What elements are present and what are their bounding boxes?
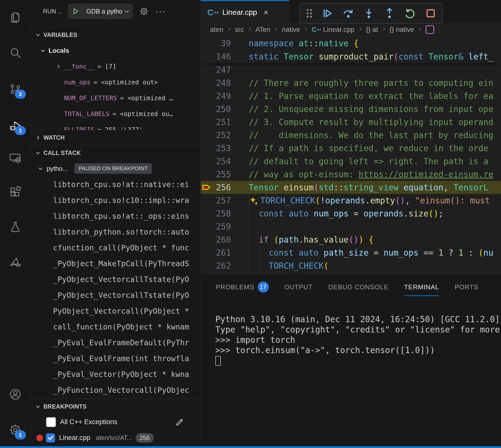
code-line[interactable]: 251// 3. Compute result by multiplying i…: [201, 116, 501, 129]
panel-tab-output[interactable]: OUTPUT: [284, 277, 313, 297]
variable-row[interactable]: num_ops= <optimized out>: [31, 74, 201, 90]
more-actions-button[interactable]: ···: [155, 6, 166, 17]
exception-checkbox[interactable]: [46, 417, 56, 427]
breakpoint-checkbox[interactable]: [46, 433, 55, 442]
stack-frame-row[interactable]: _PyObject_MakeTpCall(PyThreadS: [31, 256, 201, 271]
gutter[interactable]: 261: [201, 246, 232, 259]
toolbar-drag-handle[interactable]: [305, 7, 314, 20]
panel-tab-ports[interactable]: PORTS: [455, 277, 478, 297]
stack-frame-row[interactable]: libtorch_cpu.so!at::native::ei: [31, 177, 201, 192]
code-line[interactable]: 250// 2. Unsqueeze missing dimensions fr…: [201, 102, 501, 116]
close-icon[interactable]: ×: [264, 8, 268, 17]
code-line[interactable]: 248// There are roughly three parts to c…: [201, 76, 501, 89]
stack-frame-row[interactable]: _PyEval_EvalFrame(int throwfla: [31, 351, 201, 366]
stack-frame-row[interactable]: cfunction_call(PyObject * func: [31, 240, 201, 256]
gutter[interactable]: 39: [201, 37, 232, 50]
gutter[interactable]: 247: [201, 63, 232, 76]
breadcrumb-item[interactable]: {}at: [366, 26, 378, 34]
sidebar-item-tools[interactable]: [6, 253, 24, 271]
variable-row[interactable]: __func__= [7]: [31, 59, 201, 74]
sidebar-item-run-and-debug[interactable]: 1: [6, 117, 24, 135]
sidebar-item-testing[interactable]: [6, 218, 24, 236]
code-line[interactable]: 247: [201, 63, 501, 76]
sidebar-item-explorer[interactable]: [6, 9, 24, 27]
stack-frame-row[interactable]: _PyFunction_Vectorcall(PyObjec: [31, 382, 201, 398]
variable-row[interactable]: NUM_OF_LETTERS= <optimized …: [31, 90, 201, 106]
edit-pencil-icon[interactable]: [175, 417, 184, 427]
gutter[interactable]: 256: [201, 181, 232, 194]
sidebar-item-source-control[interactable]: 2: [6, 80, 24, 98]
gutter[interactable]: 250: [201, 102, 232, 116]
code-line[interactable]: 262 TORCH_CHECK(: [201, 259, 501, 272]
gutter[interactable]: 253: [201, 142, 232, 155]
gutter[interactable]: 255: [201, 168, 232, 181]
tab-linear-cpp[interactable]: C++ Linear.cpp ×: [201, 0, 289, 24]
gutter[interactable]: 260: [201, 233, 232, 246]
stack-frame-row[interactable]: libtorch_cpu.so!c10::impl::wra: [31, 192, 201, 208]
sidebar-item-remote-explorer[interactable]: [6, 149, 24, 167]
gutter[interactable]: 252: [201, 129, 232, 142]
terminal-output[interactable]: Python 3.10.16 (main, Dec 11 2024, 16:24…: [215, 314, 501, 366]
step-over-button[interactable]: [342, 7, 355, 20]
sidebar-item-extensions[interactable]: [6, 183, 24, 201]
accounts-icon-button[interactable]: [6, 385, 24, 403]
watch-section-header[interactable]: WATCH: [31, 130, 201, 145]
code-line[interactable]: 258 const auto num_ops = operands.size()…: [201, 207, 501, 220]
step-into-button[interactable]: [362, 7, 375, 20]
panel-tab-terminal[interactable]: TERMINAL: [404, 277, 439, 297]
code-line[interactable]: 255// way as opt-einsum: https://optimiz…: [201, 168, 501, 181]
stack-frame-row[interactable]: _PyEval_Vector(PyObject * kwna: [31, 366, 201, 382]
code-area[interactable]: 247248// There are roughly three parts t…: [201, 63, 501, 274]
variable-row[interactable]: TOTAL_LABELS= <optimized ou…: [31, 106, 201, 122]
code-line[interactable]: 261 const auto path_size = num_ops == 1 …: [201, 246, 501, 259]
code-line[interactable]: 146static Tensor sumproduct_pair(const T…: [201, 50, 501, 63]
breadcrumb-item[interactable]: [426, 25, 434, 34]
variable-row[interactable]: ELLIPSIS= 255 '\377': [31, 122, 201, 130]
variables-section-header[interactable]: VARIABLES: [31, 27, 201, 43]
code-line[interactable]: 252// dimensions. We do the last part by…: [201, 129, 501, 142]
breadcrumb-item[interactable]: {}native: [390, 26, 414, 34]
sidebar-item-search[interactable]: [6, 44, 24, 62]
debug-settings-gear-button[interactable]: [139, 7, 149, 16]
code-line[interactable]: 260 if (path.has_value()) {: [201, 233, 501, 246]
stack-frame-row[interactable]: libtorch_python.so!torch::auto: [31, 224, 201, 240]
breadcrumb-item[interactable]: ATen: [256, 26, 271, 34]
call-stack-section-header[interactable]: CALL STACK: [31, 145, 201, 161]
file-breakpoint-row[interactable]: Linear.cpp aten/src/AT... 256: [31, 430, 201, 446]
breadcrumb-item[interactable]: native: [282, 26, 300, 34]
panel-tab-debug-console[interactable]: DEBUG CONSOLE: [328, 277, 388, 297]
code-line[interactable]: 249// 1. Parse equation to extract the l…: [201, 89, 501, 102]
gutter[interactable]: 262: [201, 259, 232, 272]
gutter[interactable]: 259: [201, 220, 232, 233]
code-line[interactable]: 39namespace at::native {: [201, 37, 501, 50]
breadcrumb-item[interactable]: src: [235, 26, 244, 34]
breakpoints-section-header[interactable]: BREAKPOINTS: [31, 399, 201, 414]
code-line[interactable]: 254// default to going left => right. Th…: [201, 155, 501, 168]
panel-tab-problems[interactable]: PROBLEMS17: [216, 277, 269, 297]
exception-breakpoint-row[interactable]: All C++ Exceptions: [31, 414, 201, 430]
step-out-button[interactable]: [383, 7, 396, 20]
code-line[interactable]: 259: [201, 220, 501, 233]
restart-button[interactable]: [404, 7, 417, 20]
gutter[interactable]: 257: [201, 194, 232, 207]
call-stack-thread-row[interactable]: pytho... PAUSED ON BREAKPOINT: [31, 160, 201, 177]
launch-config-dropdown[interactable]: GDB a pytho: [68, 4, 133, 19]
continue-button[interactable]: [321, 7, 334, 20]
stack-frame-row[interactable]: call_function(PyObject * kwnam: [31, 319, 201, 335]
breadcrumb-item[interactable]: C++Linear.cpp: [312, 26, 355, 34]
stack-frame-row[interactable]: _PyObject_VectorcallTstate(PyO: [31, 287, 201, 303]
start-debugging-button[interactable]: [69, 4, 83, 19]
code-line[interactable]: 257TORCH_CHECK(!operands.empty(), "einsu…: [201, 194, 501, 207]
gutter[interactable]: 248: [201, 76, 232, 89]
code-line[interactable]: 253// If a path is specified, we reduce …: [201, 142, 501, 155]
gutter[interactable]: 249: [201, 89, 232, 102]
stack-frame-row[interactable]: _PyObject_VectorcallTstate(PyO: [31, 271, 201, 287]
code-line[interactable]: 256Tensor einsum(std::string_view equati…: [201, 181, 501, 194]
stop-button[interactable]: [424, 7, 437, 20]
stack-frame-row[interactable]: _PyEval_EvalFrameDefault(PyThr: [31, 335, 201, 351]
breadcrumb-item[interactable]: aten: [210, 26, 223, 34]
gutter[interactable]: 251: [201, 116, 232, 129]
variables-scope-row[interactable]: Locals: [31, 43, 201, 59]
gutter[interactable]: 254: [201, 155, 232, 168]
gutter[interactable]: 146: [201, 50, 232, 63]
